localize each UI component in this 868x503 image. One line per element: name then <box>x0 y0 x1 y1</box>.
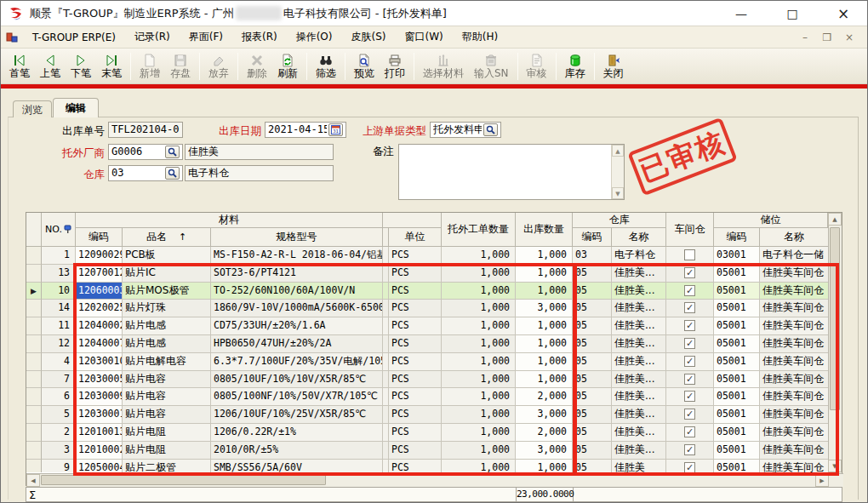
cell-warehouse-name[interactable]: 佳胜美... <box>612 371 666 389</box>
cell-no[interactable]: 6 <box>42 388 76 406</box>
vendor-code-field[interactable]: G0006 <box>108 144 183 160</box>
toolbar-first-button[interactable]: 首笔 <box>4 50 35 83</box>
toolbar-close-button[interactable]: 关闭 <box>598 50 629 83</box>
cell-out-qty[interactable]: 1,000 <box>516 460 573 472</box>
cell-bin-code[interactable]: 05001 <box>714 442 760 460</box>
cell-material-name[interactable]: 贴片电感 <box>123 317 211 335</box>
cell-bin-name[interactable]: 佳胜美车间仓 <box>760 353 828 371</box>
cell-warehouse-name[interactable]: 佳胜美... <box>612 335 666 353</box>
col-header-out-qty[interactable]: 出库数量 <box>516 213 573 247</box>
cell-unit[interactable]: PCS <box>389 247 442 265</box>
cell-wo-qty[interactable]: 1,000 <box>442 406 516 424</box>
cell-wo-qty[interactable]: 1,000 <box>442 265 516 283</box>
cell-material-code[interactable]: 12050004 <box>76 460 123 472</box>
table-row[interactable]: 13 12070012 贴片IC SOT23-6/PT4121 PCS 1,00… <box>26 265 828 283</box>
cell-bin-name[interactable]: 佳胜美车间仓 <box>760 424 828 442</box>
shop-warehouse-checkbox[interactable]: ✓ <box>684 320 695 331</box>
col-header-wh-name[interactable]: 名称 <box>612 228 666 247</box>
cell-warehouse-code[interactable]: 05 <box>573 371 612 389</box>
cell-out-qty[interactable]: 3,000 <box>516 300 573 317</box>
calendar-icon[interactable]: 31 <box>328 123 343 136</box>
table-row[interactable]: 12 12040007 贴片电感 HPB0650/47UH/±20%/2A PC… <box>26 335 828 353</box>
cell-material-code[interactable]: 12010002 <box>76 442 123 460</box>
col-group-bin[interactable]: 储位 <box>714 213 828 228</box>
cell-warehouse-name[interactable]: 佳胜美... <box>612 353 666 371</box>
cell-wo-qty[interactable]: 1,000 <box>442 460 516 472</box>
cell-bin-name[interactable]: 佳胜美车间仓 <box>760 442 828 460</box>
cell-out-qty[interactable]: 1,000 <box>516 247 573 265</box>
table-row[interactable]: 2 12010013 贴片电阻 1206/0.22R/±1% PCS 1,000… <box>26 424 828 442</box>
shop-warehouse-checkbox[interactable]: ✓ <box>684 338 695 349</box>
cell-material-code[interactable]: 12030009 <box>76 388 123 406</box>
grid-vertical-scrollbar[interactable]: ▲ ▼ <box>828 213 842 473</box>
table-row[interactable]: 6 12030009 贴片电容 0805/100NF/10%/50V/X7R/1… <box>26 388 828 406</box>
mdi-close-icon[interactable]: × <box>843 31 855 43</box>
cell-warehouse-name[interactable]: 佳胜美... <box>612 388 666 406</box>
cell-wo-qty[interactable]: 1,000 <box>442 335 516 353</box>
cell-spec[interactable]: TO-252/60N100/60A/100V/N <box>211 283 383 300</box>
shop-warehouse-checkbox[interactable]: ✓ <box>684 356 695 367</box>
cell-wo-qty[interactable]: 1,000 <box>442 283 516 300</box>
col-header-name[interactable]: 品名 ↑ <box>123 228 211 247</box>
toolbar-print-button[interactable]: 打印 <box>380 50 410 83</box>
cell-spec[interactable]: CD75/33UH/±20%/1.6A <box>211 317 383 335</box>
cell-warehouse-code[interactable]: 03 <box>573 247 612 265</box>
cell-material-code[interactable]: 12010013 <box>76 424 123 442</box>
table-row[interactable]: ▶ 10 12060003 贴片MOS极管 TO-252/60N100/60A/… <box>26 283 828 300</box>
cell-material-code[interactable]: 12060003 <box>76 283 123 300</box>
cell-warehouse-name[interactable]: 佳胜美... <box>612 424 666 442</box>
col-header-sliver[interactable] <box>383 228 389 247</box>
cell-spec[interactable]: 0805/100NF/10%/50V/X7R/105℃ <box>211 388 383 406</box>
cell-unit[interactable]: PCS <box>389 460 442 472</box>
shop-warehouse-checkbox[interactable]: ✓ <box>684 391 695 402</box>
upstream-type-field[interactable]: 托外发料申请 <box>430 122 501 138</box>
cell-no[interactable]: 10 <box>42 283 76 300</box>
cell-no[interactable]: 7 <box>42 371 76 389</box>
cell-spec[interactable]: 1206/10UF/10%/25V/X5R/85℃ <box>211 406 383 424</box>
scroll-down-icon[interactable]: ▼ <box>612 187 624 199</box>
cell-no[interactable]: 11 <box>42 317 76 335</box>
cell-spec[interactable]: 2010/0R/±5% <box>211 442 383 460</box>
cell-no[interactable]: 12 <box>42 335 76 353</box>
cell-material-name[interactable]: 贴片电解电容 <box>123 353 211 371</box>
col-header-shop-warehouse[interactable]: 车间仓 <box>666 213 714 247</box>
scroll-down-icon[interactable]: ▼ <box>828 460 842 472</box>
cell-material-name[interactable]: 贴片电容 <box>123 388 211 406</box>
cell-bin-code[interactable]: 05001 <box>714 406 760 424</box>
cell-material-code[interactable]: 12090029 <box>76 247 123 265</box>
cell-warehouse-code[interactable]: 05 <box>573 388 612 406</box>
cell-wo-qty[interactable]: 1,000 <box>442 353 516 371</box>
cell-wo-qty[interactable]: 1,000 <box>442 300 516 317</box>
close-icon[interactable]: × <box>835 5 852 22</box>
cell-bin-name[interactable]: 佳胜美车间仓 <box>760 335 828 353</box>
menu-item-6[interactable]: 窗口(W) <box>395 27 452 47</box>
cell-spec[interactable]: SOT23-6/PT4121 <box>211 265 383 283</box>
toolbar-prev-button[interactable]: 上笔 <box>35 50 66 83</box>
shop-warehouse-checkbox[interactable]: ✓ <box>684 462 695 472</box>
col-header-code[interactable]: 编码 <box>76 228 123 247</box>
cell-warehouse-name[interactable]: 电子料仓 <box>612 247 666 265</box>
toolbar-preview-button[interactable]: 预览 <box>349 50 380 83</box>
cell-warehouse-code[interactable]: 05 <box>573 353 612 371</box>
cell-material-name[interactable]: 贴片电感 <box>123 335 211 353</box>
cell-wo-qty[interactable]: 1,000 <box>442 317 516 335</box>
cell-warehouse-name[interactable]: 佳胜美... <box>612 317 666 335</box>
cell-out-qty[interactable]: 1,000 <box>516 353 573 371</box>
cell-wo-qty[interactable]: 1,000 <box>442 442 516 460</box>
cell-warehouse-name[interactable]: 佳胜美... <box>612 265 666 283</box>
cell-bin-name[interactable]: 佳胜美车间仓 <box>760 371 828 389</box>
cell-material-code[interactable]: 12020025 <box>76 300 123 317</box>
shop-warehouse-checkbox[interactable]: ✓ <box>684 426 695 437</box>
cell-out-qty[interactable]: 3,000 <box>516 406 573 424</box>
cell-spec[interactable]: 1860/9V-10V/1000mA/5600K-6500K... <box>211 300 383 317</box>
cell-out-qty[interactable]: 1,000 <box>516 317 573 335</box>
cell-bin-code[interactable]: 05001 <box>714 335 760 353</box>
col-group-warehouse[interactable]: 仓库 <box>573 213 666 228</box>
toolbar-select-material-button[interactable]: 选择材料 <box>418 50 469 83</box>
menu-item-0[interactable]: T-GROUP ERP(E) <box>23 29 125 46</box>
cell-wo-qty[interactable]: 1,000 <box>442 424 516 442</box>
table-row[interactable]: 11 12040002 贴片电感 CD75/33UH/±20%/1.6A PCS… <box>26 317 828 335</box>
col-header-bin-code[interactable]: 编码 <box>714 228 760 247</box>
cell-bin-name[interactable]: 佳胜美车间仓 <box>760 300 828 317</box>
toolbar-stock-button[interactable]: 库存 <box>560 50 591 83</box>
